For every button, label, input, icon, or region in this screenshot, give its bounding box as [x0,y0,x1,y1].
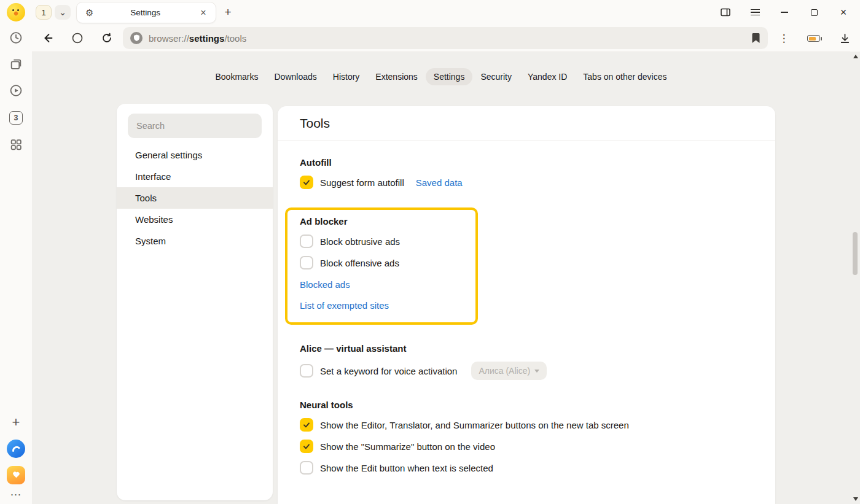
maximize-icon [811,9,818,16]
video-button[interactable] [10,84,23,97]
url-suffix: /tools [224,33,246,44]
chevron-down-icon: ⌄ [59,7,67,18]
nav-tab-settings[interactable]: Settings [426,68,473,85]
sidebar-item-interface[interactable]: Interface [117,166,273,187]
nav-tab-yandex-id[interactable]: Yandex ID [520,68,575,85]
side-panel-icon [719,6,732,18]
window-maximize-button[interactable] [807,5,821,20]
search-wrap [128,114,262,138]
browser-logo[interactable] [7,3,25,21]
more-apps-button[interactable]: ⋯ [10,488,22,502]
window-minimize-button[interactable] [777,5,792,20]
add-panel-button[interactable]: + [12,414,20,430]
back-button[interactable] [41,31,55,45]
scrollbar[interactable] [850,52,860,504]
active-tab[interactable]: ⚙ Settings × [76,2,216,23]
page-actions-menu-button[interactable]: ⋮ [776,31,791,45]
tab-list-dropdown-button[interactable]: ⌄ [55,5,71,20]
history-button[interactable] [10,31,23,44]
downloads-button[interactable] [838,31,851,45]
nav-tab-extensions[interactable]: Extensions [367,68,425,85]
blocked-ads-link[interactable]: Blocked ads [300,279,350,290]
checkbox-block-offensive-ads[interactable] [300,256,313,269]
pinned-app-browser[interactable] [7,440,25,458]
ellipsis-icon: ⋯ [10,488,22,502]
checkbox-show-editor-buttons[interactable] [300,418,313,432]
settings-menu: General settings Interface Tools Website… [117,144,273,252]
pinned-app-music[interactable] [7,466,25,484]
apps-grid-button[interactable] [10,138,23,151]
chevron-down-icon [534,370,539,373]
blue-app-icon [7,440,25,458]
checkbox-label: Block obtrusive ads [320,236,400,247]
plus-icon: + [224,6,231,19]
search-input[interactable] [128,114,262,138]
bookmark-page-button[interactable] [751,33,760,44]
neural-row-1: Show the Editor, Translator, and Summari… [300,418,753,432]
autofill-row: Suggest form autofill Saved data [300,176,753,189]
grid-icon [10,138,23,151]
checkbox-show-edit-button[interactable] [300,461,313,475]
autofill-heading: Autofill [300,157,753,168]
battery-saver-button[interactable] [807,35,820,42]
side-panel-toggle-button[interactable] [718,5,733,20]
card-body: Autofill Suggest form autofill Saved dat… [278,157,775,475]
nav-tab-downloads[interactable]: Downloads [267,68,325,85]
address-bar[interactable]: browser://settings/tools [123,27,768,49]
settings-sidebar-card: General settings Interface Tools Website… [117,104,273,500]
check-icon [302,441,311,451]
nav-tab-bookmarks[interactable]: Bookmarks [207,68,266,85]
ad-blocker-row-1: Block obtrusive ads [300,235,475,248]
settings-page: Bookmarks Downloads History Extensions S… [32,52,860,504]
neural-tools-heading: Neural tools [300,400,753,410]
exempted-sites-link[interactable]: List of exempted sites [300,300,389,311]
protect-status-icon[interactable] [130,32,143,44]
clock-icon [10,31,23,44]
dropdown-value: Алиса (Alice) [479,366,530,376]
scroll-up-arrow-icon[interactable] [853,55,858,58]
sidebar-item-general-settings[interactable]: General settings [117,144,273,166]
arrow-left-icon [42,32,54,44]
nav-tab-other-devices[interactable]: Tabs on other devices [575,68,674,85]
browser-menu-button[interactable] [748,5,762,20]
left-sidebar-rail: 3 + ⋯ [0,0,32,504]
content-card: Tools Autofill Suggest form autofill Sav… [278,106,775,504]
checkbox-voice-activation-keyword[interactable] [300,364,313,378]
yandex-id-button[interactable] [71,31,84,45]
scrollbar-thumb[interactable] [853,232,858,275]
checkbox-show-summarize-video[interactable] [300,440,313,453]
keyword-dropdown[interactable]: Алиса (Alice) [471,362,547,380]
pages-icon [10,58,23,71]
close-icon: × [840,6,847,19]
new-tab-button[interactable]: + [220,5,236,20]
card-header: Tools [278,106,775,141]
hamburger-menu-icon [751,9,760,16]
plus-icon: + [12,414,20,430]
tab-count-badge: 3 [9,111,23,125]
tab-counter-button[interactable]: 1 [36,5,52,20]
ad-blocker-row-2: Block offensive ads [300,256,475,269]
saved-data-link[interactable]: Saved data [416,177,463,188]
feed-button[interactable] [10,58,23,71]
nav-tab-history[interactable]: History [325,68,368,85]
url-prefix: browser:// [149,33,189,44]
checkbox-suggest-autofill[interactable] [300,176,313,189]
window-close-button[interactable]: × [836,5,851,20]
tab-close-icon[interactable]: × [197,7,209,18]
sidebar-item-websites[interactable]: Websites [117,209,273,230]
reload-button[interactable] [100,31,114,45]
checkbox-label: Suggest form autofill [320,177,404,188]
sidebar-item-system[interactable]: System [117,230,273,252]
download-icon [839,33,851,44]
sidebar-item-tools[interactable]: Tools [117,187,273,209]
scroll-down-arrow-icon[interactable] [853,497,858,501]
settings-nav: Bookmarks Downloads History Extensions S… [32,68,850,85]
checkbox-block-obtrusive-ads[interactable] [300,235,313,248]
ring-icon [71,32,84,44]
alice-row: Set a keyword for voice activation Алиса… [300,362,753,380]
gear-icon: ⚙ [85,7,93,18]
yandex-chick-logo-icon [7,3,25,21]
nav-tab-security[interactable]: Security [472,68,520,85]
tabs-panel-button[interactable]: 3 [9,111,23,125]
ad-blocker-highlight-box: Ad blocker Block obtrusive ads Block off… [285,207,478,325]
